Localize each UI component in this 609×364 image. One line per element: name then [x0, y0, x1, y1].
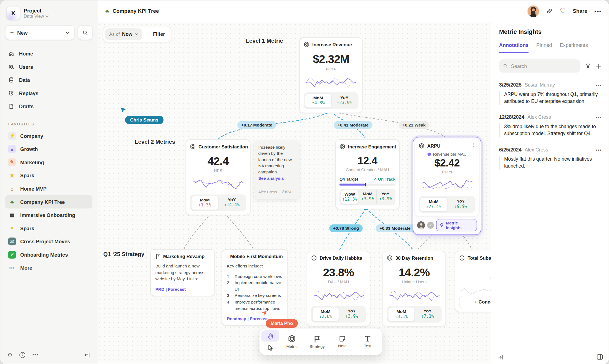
- sidebar-item-growth[interactable]: ▲ Growth: [5, 143, 92, 156]
- stat-yoy[interactable]: YoY↑7.1%: [415, 307, 441, 322]
- board-title-label: Company KPI Tree: [113, 8, 159, 14]
- sidebar-item-marketing[interactable]: ✎ Marketing: [5, 156, 92, 169]
- cursor-arrow-icon: [261, 309, 268, 316]
- sidebar-item-immersive-onboarding[interactable]: ▦ Immersive Onboarding: [5, 208, 92, 222]
- strategy-tool-button[interactable]: Strategy: [304, 330, 330, 353]
- see-analysis-link[interactable]: See analysis: [258, 175, 295, 181]
- kpi-tree-canvas[interactable]: As of Now + Filter Level 1 Metric Level …: [97, 22, 491, 364]
- metric-insights-button[interactable]: Metric Insights: [436, 219, 477, 231]
- project-name: Project: [24, 8, 49, 14]
- sidebar-item-label: Company: [20, 133, 43, 139]
- sidebar-item-company[interactable]: ⚡ Company: [5, 129, 92, 143]
- sidebar-item-onboarding-metrics[interactable]: ✔ Onboarding Metrics: [5, 248, 92, 261]
- as-of-selector[interactable]: As of Now: [105, 28, 142, 40]
- collapse-sidebar-icon[interactable]: [84, 352, 90, 358]
- more-menu-icon[interactable]: •••: [594, 8, 602, 14]
- sidebar-item-users[interactable]: Users: [5, 60, 92, 74]
- sidebar-item-spark[interactable]: ★ Spark: [5, 169, 92, 182]
- stat-yoy[interactable]: YoY↑14.4%: [218, 196, 245, 210]
- sparkles-icon: ✶: [8, 224, 16, 232]
- stat-mom[interactable]: MoM↑3.1%: [388, 307, 415, 322]
- ellipsis-icon[interactable]: •••: [32, 352, 39, 358]
- annotation-menu-icon[interactable]: •••: [596, 147, 602, 152]
- metric-card-30-day-retention[interactable]: 30 Day Retention 14.2% Unique Users MoM↑…: [382, 251, 446, 327]
- hand-tool-button[interactable]: [261, 330, 279, 342]
- sidebar-item-label: Replays: [19, 90, 39, 96]
- annotation-item[interactable]: 3/25/2025 Susan Murray ••• ARPU went up …: [499, 82, 602, 105]
- edge-weight-pill[interactable]: +0.78 Strong: [329, 224, 363, 232]
- annotation-item[interactable]: 12/28/2024 Alex Cress ••• 3% drop likely…: [499, 114, 602, 137]
- stat-yoy[interactable]: YoY↑3.9%: [376, 190, 394, 204]
- sparkline-chart: [387, 287, 442, 303]
- project-view-selector[interactable]: Data View: [24, 14, 49, 19]
- card-menu-kebab-icon[interactable]: ⋮: [471, 142, 476, 147]
- metric-card-drive-daily-habbits[interactable]: Drive Daily Habbits 23.8% DAU / MAU MoM↑…: [307, 251, 370, 327]
- help-icon[interactable]: ?: [20, 352, 26, 358]
- favorite-heart-icon[interactable]: ♡: [560, 8, 566, 14]
- sidebar-item-drafts[interactable]: Drafts: [5, 100, 92, 113]
- search-button[interactable]: [78, 25, 92, 40]
- stat-yoy[interactable]: YoY↑9.9%: [447, 197, 474, 212]
- tab-pinned[interactable]: Pinned: [536, 42, 552, 53]
- settings-gear-icon[interactable]: ⚙: [7, 351, 13, 358]
- sidebar-item-home[interactable]: Home: [5, 47, 92, 60]
- add-filter-button[interactable]: + Filter: [144, 28, 169, 40]
- sidebar-item-data[interactable]: Data: [5, 73, 92, 87]
- strategy-links[interactable]: PRD | Forecast: [155, 287, 210, 291]
- sidebar-item-spark-2[interactable]: ✶ Spark: [5, 222, 92, 235]
- connect-data-button[interactable]: + Connect: [459, 296, 491, 308]
- metric-card-increase-revenue[interactable]: Increase Revenue $2.32M users MoM↑4.8% Y…: [300, 37, 363, 113]
- arrows-swap-icon: ⇄: [8, 237, 16, 245]
- stat-mom[interactable]: MoM↑3.9%: [359, 190, 376, 204]
- link-icon[interactable]: [546, 8, 553, 14]
- filter-funnel-icon[interactable]: [585, 63, 591, 69]
- sidebar-item-company-kpi-tree[interactable]: ♣ Company KPI Tree: [5, 195, 92, 209]
- stat-yoy[interactable]: YoY↑23.9%: [331, 93, 357, 108]
- effort-item: Redesign core workflows: [227, 273, 283, 279]
- stat-mom[interactable]: MoM↑4.8%: [305, 93, 331, 108]
- add-annotation-icon[interactable]: [596, 63, 602, 69]
- note-tool-button[interactable]: Note: [330, 330, 355, 353]
- project-switcher[interactable]: X Project Data View: [5, 6, 92, 25]
- search-input[interactable]: [511, 63, 577, 69]
- share-button[interactable]: Share: [573, 8, 587, 14]
- edge-weight-pill[interactable]: +0.33 Moderate: [376, 224, 414, 232]
- annotation-item[interactable]: 6/25/2024 Alex Cress ••• Mostly flat thi…: [499, 146, 602, 170]
- chevron-down-icon[interactable]: [66, 31, 69, 34]
- sidebar-item-more[interactable]: ••• More: [5, 261, 92, 275]
- user-avatar[interactable]: [528, 5, 539, 17]
- users-icon: [8, 64, 14, 70]
- annotation-search[interactable]: [499, 59, 580, 73]
- stat-wow[interactable]: WoW↑12.3%: [341, 190, 359, 204]
- text-tool-button[interactable]: Text: [355, 330, 380, 353]
- expand-panel-icon[interactable]: [497, 354, 504, 360]
- metric-card-customer-satisfaction[interactable]: Customer Satisfaction 42.4 NPS MoM↓1.3% …: [186, 139, 251, 215]
- metric-card-arpu-selected[interactable]: ARPU ⋮ Revenue per MAU $2.42 users MoM↑2…: [413, 137, 481, 235]
- new-button[interactable]: + New: [5, 25, 74, 40]
- stat-mom[interactable]: MoM↑2.6%: [312, 307, 339, 322]
- select-tool-button[interactable]: [261, 342, 279, 353]
- tab-annotations[interactable]: Annotations: [499, 42, 529, 53]
- flag-icon: [313, 335, 321, 343]
- edge-weight-pill[interactable]: +0.21 Weak: [399, 121, 429, 129]
- annotation-menu-icon[interactable]: •••: [596, 83, 602, 87]
- strategy-card-marketing-revamp[interactable]: Marketing Revamp Build and launch a new …: [150, 249, 215, 296]
- metric-card-total-subscriptions[interactable]: Total Subscript + Connect: [455, 251, 491, 312]
- stat-yoy[interactable]: YoY↑3.9%: [339, 307, 365, 322]
- edge-weight-pill[interactable]: +0.17 Moderate: [237, 121, 276, 129]
- metric-value: 23.8%: [311, 266, 366, 279]
- sidebar-item-label: Onboarding Metrics: [20, 252, 68, 257]
- stat-mom[interactable]: MoM↓1.3%: [191, 196, 218, 210]
- metric-card-increase-engagement[interactable]: Increase Engagement 12.4 Content Creatio…: [335, 139, 400, 209]
- board-title: ♣ Company KPI Tree: [105, 8, 159, 14]
- layout-columns-icon[interactable]: [597, 354, 603, 360]
- edge-weight-pill[interactable]: +0.41 Moderate: [334, 121, 373, 129]
- sidebar-item-home-mvp[interactable]: ⌂ Home MVP: [5, 182, 92, 195]
- metric-tool-button[interactable]: Metric: [279, 330, 304, 353]
- sidebar-item-replays[interactable]: Replays: [5, 87, 92, 100]
- annotation-menu-icon[interactable]: •••: [596, 115, 602, 120]
- stat-mom[interactable]: MoM↑27.4%: [420, 197, 447, 212]
- sidebar-item-cross-project-moves[interactable]: ⇄ Cross Project Moves: [5, 235, 92, 248]
- canvas-note[interactable]: Increase likely driven by the launch of …: [254, 140, 300, 199]
- tab-experiments[interactable]: Experiments: [560, 42, 588, 53]
